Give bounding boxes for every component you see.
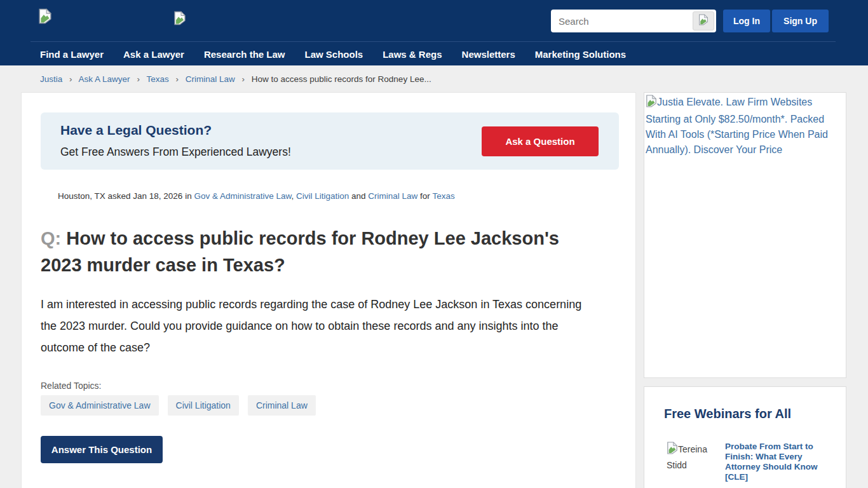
topic-tag-criminal-law[interactable]: Criminal Law <box>248 395 316 416</box>
cta-title: Have a Legal Question? <box>60 123 212 138</box>
meta-and: and <box>349 191 368 201</box>
nav-research-the-law[interactable]: Research the Law <box>204 49 285 60</box>
breadcrumb: Justia › Ask A Lawyer › Texas › Criminal… <box>40 74 431 84</box>
justia-logo-broken-image-icon[interactable] <box>38 8 52 27</box>
answer-this-question-button[interactable]: Answer This Question <box>41 436 163 463</box>
meta-category-link-gov-admin-law[interactable]: Gov & Administrative Law <box>194 191 291 201</box>
question-body: I am interested in accessing public reco… <box>41 294 597 358</box>
webinar-broken-image-icon <box>667 442 678 458</box>
breadcrumb-separator: › <box>137 74 140 84</box>
free-webinars-panel: Free Webinars for All Tereina Stidd Prob… <box>644 386 846 488</box>
topic-tag-civil-litigation[interactable]: Civil Litigation <box>168 395 239 416</box>
nav-ask-a-lawyer[interactable]: Ask a Lawyer <box>123 49 184 60</box>
ad-broken-image-icon <box>646 95 657 112</box>
nav-find-a-lawyer[interactable]: Find a Lawyer <box>40 49 104 60</box>
related-topics-tags: Gov & Administrative Law Civil Litigatio… <box>41 395 316 416</box>
meta-state-link-texas[interactable]: Texas <box>432 191 454 201</box>
question-meta: Houston, TX asked Jan 18, 2026 in Gov & … <box>58 191 455 201</box>
webinar-title-link[interactable]: Probate From Start to Finish: What Every… <box>725 442 838 482</box>
webinar-details: Probate From Start to Finish: What Every… <box>725 442 838 488</box>
breadcrumb-current-page: How to access public records for Rodney … <box>252 74 431 84</box>
meta-for: for <box>417 191 432 201</box>
secondary-logo-broken-image-icon[interactable] <box>173 11 186 28</box>
breadcrumb-link-criminal-law[interactable]: Criminal Law <box>186 74 235 84</box>
search-button[interactable] <box>693 11 714 30</box>
question-main-panel: Have a Legal Question? Get Free Answers … <box>21 92 636 488</box>
site-header: Log In Sign Up Find a Lawyer Ask a Lawye… <box>0 0 868 65</box>
webinar-speaker-thumbnail[interactable]: Tereina Stidd <box>667 442 725 488</box>
legal-question-cta-banner: Have a Legal Question? Get Free Answers … <box>41 112 619 170</box>
cta-subtitle: Get Free Answers From Experienced Lawyer… <box>60 146 291 159</box>
header-divider <box>31 41 836 42</box>
log-in-button[interactable]: Log In <box>723 10 770 32</box>
main-nav: Find a Lawyer Ask a Lawyer Research the … <box>40 49 626 60</box>
meta-category-link-criminal-law[interactable]: Criminal Law <box>368 191 417 201</box>
sign-up-button[interactable]: Sign Up <box>772 10 829 32</box>
breadcrumb-separator: › <box>242 74 245 84</box>
meta-category-link-civil-litigation[interactable]: Civil Litigation <box>296 191 349 201</box>
ad-alt-text[interactable]: Justia Elevate. Law Firm Websites Starti… <box>646 97 828 155</box>
meta-comma: , <box>291 191 296 201</box>
breadcrumb-link-ask-a-lawyer[interactable]: Ask A Lawyer <box>79 74 130 84</box>
nav-marketing-solutions[interactable]: Marketing Solutions <box>535 49 626 60</box>
question-title: Q: How to access public records for Rodn… <box>41 225 587 278</box>
webinar-list-item: Tereina Stidd Probate From Start to Fini… <box>667 442 838 488</box>
search-bar <box>551 10 716 32</box>
justia-elevate-ad[interactable]: Justia Elevate. Law Firm Websites Starti… <box>644 92 846 378</box>
nav-newsletters[interactable]: Newsletters <box>462 49 515 60</box>
nav-law-schools[interactable]: Law Schools <box>304 49 363 60</box>
question-title-text: How to access public records for Rodney … <box>41 228 559 275</box>
ask-a-question-button[interactable]: Ask a Question <box>482 126 599 156</box>
search-input[interactable] <box>551 10 693 32</box>
webinars-heading: Free Webinars for All <box>664 407 791 421</box>
breadcrumb-separator: › <box>175 74 179 84</box>
question-q-prefix: Q: <box>41 228 66 248</box>
nav-laws-and-regs[interactable]: Laws & Regs <box>383 49 442 60</box>
topic-tag-gov-admin-law[interactable]: Gov & Administrative Law <box>41 395 159 416</box>
breadcrumb-separator: › <box>69 74 72 84</box>
meta-asker-and-date: Houston, TX asked Jan 18, 2026 in <box>58 191 194 201</box>
related-topics-label: Related Topics: <box>41 381 101 391</box>
breadcrumb-link-texas[interactable]: Texas <box>146 74 168 84</box>
breadcrumb-link-justia[interactable]: Justia <box>40 74 62 84</box>
search-broken-image-icon <box>698 14 709 28</box>
